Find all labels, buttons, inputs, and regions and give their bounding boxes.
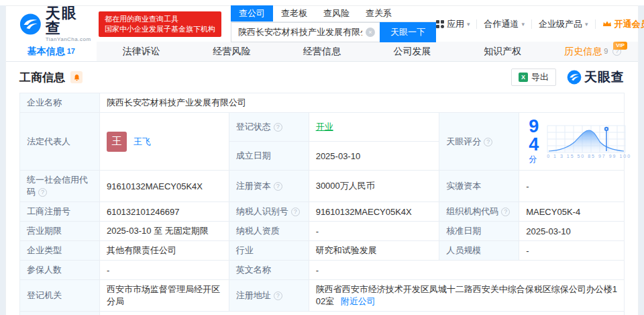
nav-vip-upgrade[interactable]: 开通会员 ▾	[602, 18, 644, 30]
industry-label-cell: 行业	[229, 241, 309, 261]
company-type-value-cell: 其他有限责任公司	[99, 241, 229, 261]
credit-code-value-cell: 91610132MAECY05K4X	[99, 171, 229, 202]
nav-apps-label: 应用	[447, 18, 464, 30]
table-row: 营业期限 2025-03-10 至 无固定期限 纳税人资质 - 核准日期 202…	[20, 222, 625, 241]
tab-basic-info[interactable]: 基本信息 17	[6, 42, 97, 61]
field-label: 营业期限	[27, 226, 62, 236]
table-row: 企业类型 其他有限责任公司 行业 研究和试验发展 人员规模 -	[20, 241, 625, 261]
tab-label: 基本信息	[28, 46, 65, 58]
reg-number-value-cell: 610132101246697	[99, 202, 229, 222]
paid-capital-value-cell: -	[519, 171, 625, 202]
reg-address-label-cell: 注册地址?	[229, 280, 309, 312]
field-label: 天眼评分	[446, 136, 481, 146]
company-type-label-cell: 企业类型	[20, 241, 100, 261]
english-name-value: -	[316, 265, 319, 275]
search-tab-risk[interactable]: 查风险	[315, 5, 358, 21]
tab-company-development[interactable]: 公司发展	[367, 42, 458, 61]
company-type-value: 其他有限责任公司	[107, 245, 176, 255]
business-scope-label-cell: 经营范围?	[20, 312, 100, 315]
business-info-table: 企业名称 陕西长安芯材科技产业发展有限公司 法定代表人 王 王飞 登记状态? 开…	[19, 93, 625, 315]
reg-authority-value: 西安市市场监督管理局经开区分局	[107, 284, 220, 306]
tab-operation-risk[interactable]: 经营风险	[186, 42, 277, 61]
english-name-label-cell: 英文名称	[229, 261, 309, 280]
vip-badge: VIP	[613, 42, 627, 50]
search-tab-company[interactable]: 查公司	[231, 5, 273, 21]
announcement-bell-icon[interactable]	[70, 71, 83, 83]
help-icon[interactable]: ?	[484, 138, 492, 146]
company-name-label-cell: 企业名称	[20, 93, 100, 113]
field-label: 参保人数	[27, 265, 62, 275]
tab-operation-info[interactable]: 经营信息	[277, 42, 368, 61]
nav-enterprise[interactable]: 企业级产品 ▾	[539, 18, 588, 30]
tab-count: 17	[67, 47, 75, 55]
tab-label: 经营风险	[213, 46, 250, 58]
tab-history-info[interactable]: VIP 历史信息 9 ?	[547, 42, 638, 61]
industry-value: 研究和试验发展	[316, 245, 377, 255]
taxpayer-id-label-cell: 纳税人识别号?	[229, 202, 309, 222]
nav-divider	[595, 19, 596, 29]
field-label: 纳税人识别号	[236, 206, 288, 216]
field-label: 注册地址	[236, 290, 271, 300]
legal-rep-link[interactable]: 王飞	[133, 136, 151, 148]
field-label: 核准日期	[446, 226, 481, 236]
reg-status-value-cell: 开业	[309, 113, 439, 142]
field-label: 纳税人资质	[236, 226, 280, 236]
field-label: 注册资本	[236, 181, 271, 191]
search-row: × 天眼一下	[231, 22, 436, 42]
approval-date-value: 2025-03-10	[526, 226, 571, 236]
business-term-value-cell: 2025-03-10 至 无固定期限	[99, 222, 229, 241]
search-input-wrap: ×	[231, 22, 380, 42]
legal-rep-avatar[interactable]: 王	[107, 132, 127, 152]
tab-label: 法律诉讼	[123, 46, 160, 58]
search-input[interactable]	[231, 22, 380, 42]
help-icon[interactable]: ?	[274, 123, 282, 132]
nav-cooperation-label: 合作通道	[484, 18, 519, 30]
table-row: 工商注册号 610132101246697 纳税人识别号? 91610132MA…	[20, 202, 625, 222]
nav-cooperation[interactable]: 合作通道 ▾	[484, 18, 525, 30]
nav-apps[interactable]: 应用 ▾	[436, 18, 470, 30]
tianyancha-watermark: 天眼查	[567, 69, 625, 86]
nearby-companies-link[interactable]: 附近公司	[341, 296, 376, 306]
reg-authority-label-cell: 登记机关	[20, 280, 100, 312]
business-term-label-cell: 营业期限	[20, 222, 100, 241]
search-tab-relation[interactable]: 查关系	[358, 5, 400, 21]
taxpayer-id-value: 91610132MAECY05K4X	[316, 207, 412, 217]
paid-capital-label-cell: 实缴资本	[439, 171, 519, 202]
tab-intellectual-property[interactable]: 知识产权	[458, 42, 548, 61]
logo-swirl-icon	[19, 13, 42, 36]
tab-label: 历史信息	[564, 46, 602, 58]
export-button[interactable]: X 导出	[511, 69, 556, 86]
help-icon[interactable]: ?	[38, 188, 47, 197]
score-distribution-chart[interactable]: 0 1 3 15 50 85 97 99 100	[547, 125, 626, 159]
clear-icon[interactable]: ×	[366, 28, 375, 37]
help-icon[interactable]: ?	[274, 291, 282, 300]
top-navbar: 天眼查 TianYanCha.com 都在用的商业查询工具 国家中小企业发展子基…	[6, 5, 638, 42]
tab-legal-litigation[interactable]: 法律诉讼	[97, 42, 187, 61]
search-tab-boss[interactable]: 查老板	[273, 5, 315, 21]
score-axis-labels: 0 1 3 15 50 85 97 99 100	[547, 154, 626, 159]
field-label: 工商注册号	[27, 206, 70, 216]
field-label: 统一社会信用代码	[27, 175, 88, 197]
reg-capital-value-cell: 30000万人民币	[309, 171, 439, 202]
reg-status-value[interactable]: 开业	[316, 122, 333, 132]
reg-authority-value-cell: 西安市市场监督管理局经开区分局	[99, 280, 229, 312]
search-button[interactable]: 天眼一下	[380, 22, 436, 42]
help-icon[interactable]: ?	[501, 208, 510, 216]
est-date-value: 2025-03-10	[316, 151, 361, 161]
table-row: 经营范围? 一般项目：计算机软硬件及外围设备制造；软件开发；集成电路芯片设计及服…	[20, 312, 625, 315]
score-value-cell: 94分	[519, 113, 625, 171]
reg-capital-value: 30000万人民币	[316, 181, 375, 191]
business-term-value: 2025-03-10 至 无固定期限	[107, 226, 209, 236]
field-label: 登记状态	[236, 122, 271, 132]
nav-enterprise-label: 企业级产品	[539, 18, 582, 30]
search-area: 查公司 查老板 查风险 查关系 × 天眼一下	[231, 5, 436, 42]
tab-count: 9	[604, 47, 608, 55]
paid-capital-value: -	[526, 181, 529, 191]
help-icon[interactable]: ?	[291, 208, 300, 216]
section-title: 工商信息	[19, 70, 65, 85]
tianyancha-logo[interactable]: 天眼查 TianYanCha.com	[19, 6, 92, 42]
score-value: 94	[529, 116, 539, 154]
help-icon[interactable]: ?	[274, 182, 282, 191]
company-name: 陕西长安芯材科技产业发展有限公司	[107, 97, 246, 107]
legal-rep-label-cell: 法定代表人	[20, 113, 100, 171]
